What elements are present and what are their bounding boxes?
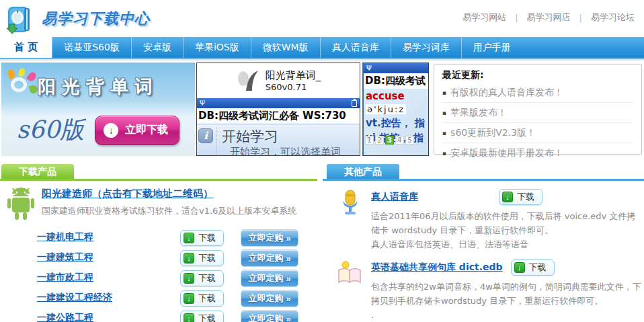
- product-link[interactable]: 一建建筑工程: [37, 251, 93, 264]
- microphone-icon: [336, 189, 364, 217]
- download-button[interactable]: ↓ 下载: [180, 290, 224, 307]
- recent-updates-box: 最近更新: ▪ 有版权的真人语音库发布！ ▪ 苹果版发布！ ▪ s60更新到V2…: [434, 64, 642, 155]
- product-row: 一建建筑工程 ↓ 下载 立即定购 »: [0, 249, 317, 269]
- word-meaning-vt: vt.控告， 指: [366, 117, 428, 130]
- nav-item-manual[interactable]: 用户手册: [461, 37, 522, 58]
- signal-icon: Ψ: [366, 65, 372, 72]
- signal-icon: Ψ: [200, 99, 205, 107]
- download-button[interactable]: ↓ 下载: [180, 270, 224, 286]
- nav-item-nokia-s60[interactable]: 诺基亚S60版: [52, 37, 131, 58]
- chevron-right-icon: »: [286, 274, 290, 284]
- toplink-website[interactable]: 易学习网站: [462, 11, 506, 24]
- download-arrow-icon: ↓: [184, 273, 194, 284]
- chevron-right-icon: »: [286, 314, 290, 322]
- chevron-right-icon: »: [286, 253, 290, 264]
- order-now-button[interactable]: 立即定购 »: [241, 249, 298, 267]
- android-icon: [5, 187, 36, 220]
- product-desc: 适合2011年06月以后版本的软件使用，下载后将 voice.edv 文件拷 储…: [371, 209, 635, 251]
- bullet-icon: ▪: [442, 130, 446, 136]
- download-arrow-icon: ↓: [104, 123, 118, 138]
- tab-other-products[interactable]: 其他产品: [327, 164, 399, 179]
- page-dot-5[interactable]: 5: [405, 136, 414, 145]
- download-arrow-icon: ↓: [502, 192, 513, 202]
- product-link-voice-library[interactable]: 真人语音库: [371, 191, 491, 203]
- update-item[interactable]: ▪ 安卓版最新使用手册发布！: [442, 143, 633, 163]
- status-bar: Ψ: [364, 63, 428, 73]
- other-product-sentence-library: 英语基础共享例句库 dict.edb ↓ 下载 包含共享的约2w单词音标，4w单…: [336, 259, 644, 322]
- bullet-icon: ▪: [442, 150, 446, 157]
- header: 易学习下载中心 易学习网站 | 易学习网店 | 易学习论坛: [0, 0, 644, 37]
- nav-item-dictionary[interactable]: 易学习词库: [391, 37, 461, 58]
- download-products-section: 下载产品: [0, 164, 317, 322]
- screenshot-pagination: 1 2 3 4 5: [365, 136, 414, 145]
- product-row: 一建市政工程 ↓ 下载 立即定购 »: [0, 269, 317, 289]
- toplink-forum[interactable]: 易学习论坛: [591, 11, 635, 24]
- update-item[interactable]: ▪ 有版权的真人语音库发布！: [442, 83, 633, 103]
- page: 易学习下载中心 易学习网站 | 易学习网店 | 易学习论坛 首 页 诺基亚S60…: [0, 0, 644, 322]
- open-book-icon: [336, 259, 364, 288]
- app-screenshot-word: Ψ DB:四级考试 accuse ə'kju:z vt.控告， 指 vi.指控，…: [362, 63, 429, 156]
- backpack-download-icon: [5, 4, 35, 34]
- product-row: 一建机电工程 ↓ 下载 立即定购 »: [0, 229, 317, 249]
- nav-item-voice-library[interactable]: 真人语音库: [320, 37, 391, 58]
- order-now-button[interactable]: 立即定购 »: [241, 310, 298, 322]
- download-button[interactable]: ↓ 下载: [511, 259, 555, 276]
- status-bar: Ψ: [197, 98, 360, 108]
- product-link[interactable]: 一建建设工程经济: [37, 292, 112, 304]
- page-dot-2[interactable]: 2: [375, 136, 384, 145]
- app-screenshot-menu: 阳光背单词_ S60v0.71 Ψ DB:四级考试词汇必备 WS:730 i 开…: [196, 63, 360, 156]
- product-link[interactable]: 一建机电工程: [37, 231, 93, 243]
- banner-download-button[interactable]: ↓ 立即下载: [95, 116, 179, 145]
- banner-edition: s60版: [17, 114, 84, 147]
- download-button[interactable]: ↓ 下载: [180, 311, 224, 322]
- order-now-button[interactable]: 立即定购 »: [241, 290, 298, 307]
- bullet-icon: ▪: [442, 110, 446, 116]
- site-logo[interactable]: 易学习下载中心: [5, 4, 150, 34]
- update-item[interactable]: ▪ 苹果版发布！: [442, 103, 633, 123]
- db-info-line: DB:四级考试: [364, 73, 428, 89]
- site-title: 易学习下载中心: [42, 9, 150, 29]
- main-nav: 首 页 诺基亚S60版 安卓版 苹果iOS版 微软WM版 真人语音库 易学习词库…: [0, 37, 644, 58]
- product-desc: 包含共享的约2w单词音标，4w单词的例句，简明词典需要此文件，下 拷贝到手机存储…: [371, 280, 641, 322]
- download-button[interactable]: ↓ 下载: [180, 230, 224, 246]
- product-link-jianzaoshi[interactable]: 阳光建造师（点击有下载地址二维码）: [42, 188, 213, 200]
- update-item[interactable]: ▪ s60更新到V2.3版！: [442, 123, 633, 143]
- app-title: 阳光背单词_: [266, 69, 321, 82]
- top-links: 易学习网站 | 易学习网店 | 易学习论坛: [462, 11, 635, 24]
- order-now-button[interactable]: 立即定购 »: [241, 229, 298, 247]
- product-link[interactable]: 一建公路工程: [37, 312, 93, 322]
- nav-item-android[interactable]: 安卓版: [131, 37, 183, 58]
- other-products-section: 其他产品 真人语音库 ↓: [323, 164, 644, 322]
- download-arrow-icon: ↓: [514, 262, 525, 273]
- download-arrow-icon: ↓: [184, 253, 194, 264]
- promo-banner[interactable]: 阳光背单词 s60版 ↓ 立即下载: [1, 63, 195, 156]
- nav-item-ios[interactable]: 苹果iOS版: [183, 37, 251, 58]
- toplink-shop[interactable]: 易学习网店: [527, 11, 571, 24]
- menu-item-label: 开始学习: [222, 127, 341, 146]
- banner-row: 阳光背单词 s60版 ↓ 立即下载 阳光背单词_: [0, 61, 644, 159]
- nav-item-home[interactable]: 首 页: [0, 37, 52, 58]
- product-link[interactable]: 一建市政工程: [37, 272, 93, 284]
- nav-item-wm[interactable]: 微软WM版: [251, 37, 320, 58]
- info-icon: i: [198, 128, 213, 143]
- menu-selected-row[interactable]: i 开始学习 开始学习，可以选择单词: [197, 124, 360, 156]
- download-arrow-icon: ↓: [184, 293, 194, 304]
- chevron-right-icon: »: [286, 233, 290, 243]
- download-arrow-icon: ↓: [184, 233, 194, 243]
- page-dot-1[interactable]: 1: [365, 136, 374, 145]
- page-dot-4[interactable]: 4: [395, 136, 404, 145]
- tab-download-products[interactable]: 下载产品: [1, 164, 74, 179]
- download-button[interactable]: ↓ 下载: [180, 250, 224, 266]
- app-version: S60v0.71: [266, 82, 321, 92]
- download-arrow-icon: ↓: [184, 313, 194, 322]
- product-row: 一建公路工程 ↓ 下载 立即定购 »: [0, 309, 317, 322]
- product-link-sentence-library[interactable]: 英语基础共享例句库 dict.edb: [371, 261, 503, 274]
- order-now-button[interactable]: 立即定购 »: [241, 270, 298, 287]
- banner-title: 阳光背单词: [1, 75, 195, 99]
- bullet-icon: ▪: [442, 89, 446, 96]
- updates-title: 最近更新:: [442, 69, 633, 81]
- page-dot-3-active[interactable]: 3: [385, 136, 394, 145]
- download-button[interactable]: ↓ 下载: [499, 189, 542, 205]
- db-info-line: DB:四级考试词汇必备 WS:730: [197, 108, 360, 124]
- divider: |: [515, 13, 518, 23]
